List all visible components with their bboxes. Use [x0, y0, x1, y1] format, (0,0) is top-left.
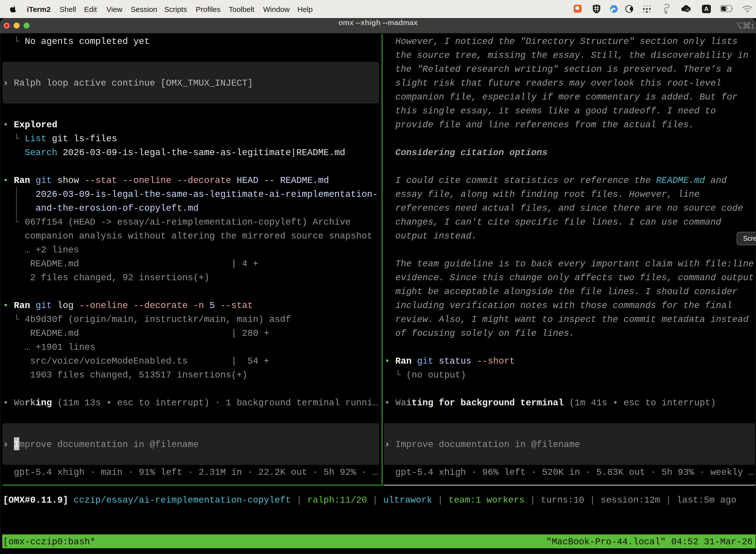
svg-text:..61: ..61: [685, 8, 690, 11]
svg-text:1: 1: [751, 22, 754, 30]
